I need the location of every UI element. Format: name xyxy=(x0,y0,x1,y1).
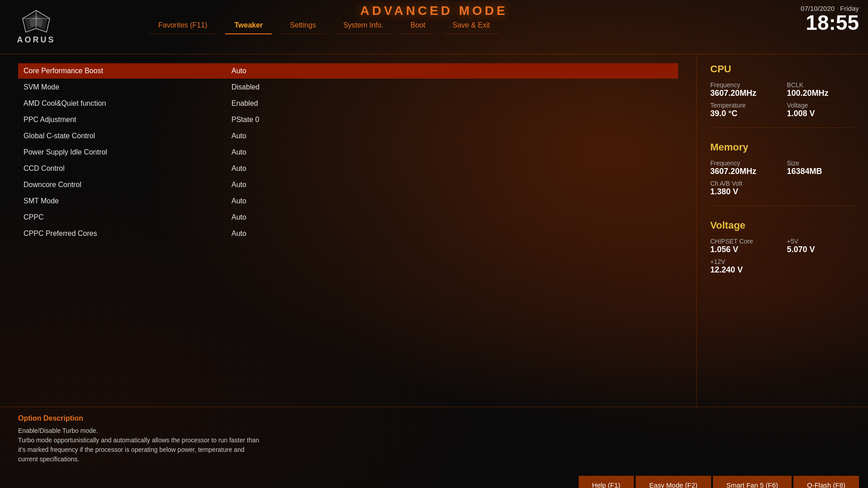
voltage-title: Voltage xyxy=(710,220,854,231)
cpu-temp-block: Temperature 39.0 °C xyxy=(710,102,778,118)
setting-value: Auto xyxy=(231,132,673,140)
mem-size-block: Size 16384MB xyxy=(787,160,855,176)
setting-value: Auto xyxy=(231,197,673,205)
setting-value: Auto xyxy=(231,148,673,156)
volt-12v-block: +12V 12.240 V xyxy=(710,258,778,275)
nav-sysinfo[interactable]: System Info. xyxy=(330,18,397,33)
setting-value: Disabled xyxy=(231,83,673,91)
description-title: Option Description xyxy=(18,414,850,422)
volt-12v-label: +12V xyxy=(710,258,778,265)
table-row[interactable]: Core Performance Boost Auto xyxy=(18,63,678,79)
setting-name: SVM Mode xyxy=(24,83,231,91)
logo-area: AORUS xyxy=(0,0,72,54)
cpu-temp-label: Temperature xyxy=(710,102,778,109)
description-text: Enable/Disable Turbo mode. Turbo mode op… xyxy=(18,426,850,464)
mem-chab-label: Ch A/B Volt xyxy=(710,180,854,187)
title-area: ADVANCED MODE xyxy=(0,4,868,18)
volt-5v-block: +5V 5.070 V xyxy=(787,238,855,254)
setting-value: Auto xyxy=(231,230,673,238)
mem-freq-value: 3607.20MHz xyxy=(710,167,778,176)
volt-chipset-block: CHIPSET Core 1.056 V xyxy=(710,238,778,254)
setting-name: Power Supply Idle Control xyxy=(24,148,231,156)
memory-section: Memory Frequency 3607.20MHz Size 16384MB… xyxy=(710,141,854,206)
nav-area: Favorites (F11) Tweaker Settings System … xyxy=(145,18,868,37)
cpu-volt-label: Voltage xyxy=(787,102,855,109)
setting-value: Auto xyxy=(231,213,673,221)
main-content: Core Performance Boost Auto SVM Mode Dis… xyxy=(0,54,868,407)
cpu-bclk-label: BCLK xyxy=(787,81,855,89)
mem-size-value: 16384MB xyxy=(787,167,855,176)
datetime-time: 18:55 xyxy=(801,12,859,33)
aorus-logo-icon xyxy=(20,9,52,34)
cpu-temp-value: 39.0 °C xyxy=(710,109,778,118)
logo-text: AORUS xyxy=(17,35,55,45)
settings-list: Core Performance Boost Auto SVM Mode Dis… xyxy=(18,63,678,241)
setting-value: Auto xyxy=(231,164,673,173)
qflash-button[interactable]: Q-Flash (F8) xyxy=(793,476,859,488)
setting-name: Core Performance Boost xyxy=(24,67,231,75)
cpu-volt-block: Voltage 1.008 V xyxy=(787,102,855,118)
setting-value: Enabled xyxy=(231,99,673,108)
cpu-freq-label: Frequency xyxy=(710,81,778,89)
nav-favorites[interactable]: Favorites (F11) xyxy=(145,18,221,33)
cpu-grid: Frequency 3607.20MHz BCLK 100.20MHz Temp… xyxy=(710,81,854,118)
cpu-freq-value: 3607.20MHz xyxy=(710,89,778,98)
setting-name: Global C-state Control xyxy=(24,132,231,140)
cpu-volt-value: 1.008 V xyxy=(787,109,855,118)
datetime-area: 07/10/2020 Friday 18:55 xyxy=(801,5,859,33)
bottom-buttons: Help (F1) Easy Mode (F2) Smart Fan 5 (F6… xyxy=(0,471,868,488)
volt-chipset-label: CHIPSET Core xyxy=(710,238,778,245)
nav-boot[interactable]: Boot xyxy=(397,18,439,33)
voltage-section: Voltage CHIPSET Core 1.056 V +5V 5.070 V… xyxy=(710,220,854,284)
mem-chab-value: 1.380 V xyxy=(710,187,854,197)
cpu-section: CPU Frequency 3607.20MHz BCLK 100.20MHz … xyxy=(710,63,854,128)
setting-name: CCD Control xyxy=(24,164,231,173)
voltage-grid: CHIPSET Core 1.056 V +5V 5.070 V +12V 12… xyxy=(710,238,854,275)
setting-name: PPC Adjustment xyxy=(24,116,231,124)
setting-value: Auto xyxy=(231,67,673,75)
cpu-title: CPU xyxy=(710,63,854,75)
setting-name: Downcore Control xyxy=(24,181,231,189)
help-button[interactable]: Help (F1) xyxy=(579,476,634,488)
page-title: ADVANCED MODE xyxy=(0,4,868,18)
nav-tweaker[interactable]: Tweaker xyxy=(221,18,276,33)
table-row[interactable]: CPPC Preferred Cores Auto xyxy=(18,226,678,241)
setting-name: CPPC Preferred Cores xyxy=(24,230,231,238)
mem-size-label: Size xyxy=(787,160,855,167)
settings-panel: Core Performance Boost Auto SVM Mode Dis… xyxy=(0,54,696,407)
bottom-panel: Option Description Enable/Disable Turbo … xyxy=(0,407,868,488)
volt-chipset-value: 1.056 V xyxy=(710,245,778,254)
table-row[interactable]: Global C-state Control Auto xyxy=(18,128,678,144)
table-row[interactable]: AMD Cool&Quiet function Enabled xyxy=(18,96,678,111)
volt-5v-label: +5V xyxy=(787,238,855,245)
description-area: Option Description Enable/Disable Turbo … xyxy=(0,407,868,471)
memory-grid: Frequency 3607.20MHz Size 16384MB Ch A/B… xyxy=(710,160,854,197)
nav-save-exit[interactable]: Save & Exit xyxy=(439,18,504,33)
memory-title: Memory xyxy=(710,141,854,153)
table-row[interactable]: CCD Control Auto xyxy=(18,161,678,176)
setting-name: SMT Mode xyxy=(24,197,231,205)
mem-freq-block: Frequency 3607.20MHz xyxy=(710,160,778,176)
table-row[interactable]: PPC Adjustment PState 0 xyxy=(18,112,678,127)
table-row[interactable]: SMT Mode Auto xyxy=(18,193,678,209)
mem-freq-label: Frequency xyxy=(710,160,778,167)
header: AORUS ADVANCED MODE Favorites (F11) Twea… xyxy=(0,0,868,54)
volt-12v-value: 12.240 V xyxy=(710,265,778,275)
info-panel: CPU Frequency 3607.20MHz BCLK 100.20MHz … xyxy=(696,54,868,407)
easy-mode-button[interactable]: Easy Mode (F2) xyxy=(636,476,711,488)
setting-name: AMD Cool&Quiet function xyxy=(24,99,231,108)
cpu-bclk-value: 100.20MHz xyxy=(787,89,855,98)
cpu-freq-block: Frequency 3607.20MHz xyxy=(710,81,778,98)
mem-chab-block: Ch A/B Volt 1.380 V xyxy=(710,180,854,197)
setting-value: Auto xyxy=(231,181,673,189)
table-row[interactable]: Power Supply Idle Control Auto xyxy=(18,145,678,160)
smart-fan-button[interactable]: Smart Fan 5 (F6) xyxy=(713,476,792,488)
cpu-bclk-block: BCLK 100.20MHz xyxy=(787,81,855,98)
nav-settings[interactable]: Settings xyxy=(276,18,330,33)
table-row[interactable]: Downcore Control Auto xyxy=(18,177,678,192)
table-row[interactable]: SVM Mode Disabled xyxy=(18,80,678,95)
table-row[interactable]: CPPC Auto xyxy=(18,210,678,225)
setting-name: CPPC xyxy=(24,213,231,221)
setting-value: PState 0 xyxy=(231,116,673,124)
volt-5v-value: 5.070 V xyxy=(787,245,855,254)
